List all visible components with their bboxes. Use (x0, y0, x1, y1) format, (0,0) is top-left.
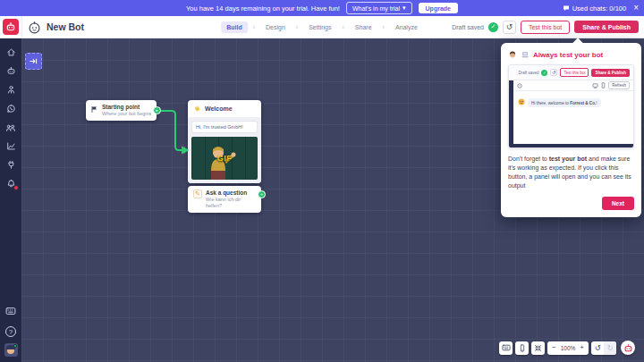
trial-banner: You have 14 days remaining on your trial… (0, 0, 644, 16)
mobile-icon (520, 344, 525, 352)
open-panel-button[interactable] (25, 53, 42, 70)
mobile-preview-button[interactable] (515, 341, 529, 355)
close-banner-icon[interactable]: × (633, 4, 639, 13)
sidebar-item-whatsapp[interactable] (0, 99, 21, 118)
mini-chat-message-prefix: Hi there, welcome to (531, 101, 570, 105)
sidebar-item-metrics[interactable] (0, 137, 21, 156)
whats-in-my-trial-button[interactable]: What's in my trial ▾ (346, 2, 412, 14)
shortcuts-panel-button[interactable] (499, 341, 513, 355)
tab-separator: › (383, 24, 385, 30)
version-history-button[interactable]: ↺ (503, 21, 516, 34)
chatbots-icon (6, 66, 16, 76)
help-icon: ? (9, 328, 13, 336)
tour-popup-body: Don't forget to test your bot and make s… (508, 155, 634, 191)
chevron-down-icon: ▾ (402, 4, 406, 12)
whatsapp-icon (6, 104, 16, 114)
notification-badge (13, 185, 19, 190)
fit-screen-icon (534, 344, 542, 352)
ask-question-node[interactable]: ✎ Ask a question Wie kann ich dir helfen… (188, 186, 261, 213)
tab-design[interactable]: Design (260, 21, 291, 33)
history-icon: ↺ (506, 22, 513, 31)
sidebar-item-integrations[interactable] (0, 156, 21, 174)
gif-badge: GIF (217, 154, 233, 163)
tab-settings[interactable]: Settings (303, 21, 336, 33)
help-button[interactable]: ? (5, 326, 16, 337)
used-chats-label: Used chats: 0/100 (572, 4, 626, 13)
redo-button[interactable]: ↻ (604, 341, 616, 355)
tab-analyze[interactable]: Analyze (390, 21, 423, 33)
port-arrow-icon: ▸ (156, 108, 158, 113)
test-this-bot-button[interactable]: Test this bot (521, 21, 570, 34)
waving-hand-icon (193, 105, 201, 113)
next-button[interactable]: Next (602, 197, 634, 210)
expand-right-icon (29, 56, 38, 66)
zoom-in-button[interactable]: + (580, 344, 584, 351)
starting-point-node[interactable]: Starting point Where your bot begins ▸ (86, 100, 157, 121)
used-chats-status: Used chats: 0/100 (563, 4, 626, 13)
sidebar-item-notifications[interactable] (0, 174, 21, 193)
port-plus-icon: + (260, 192, 263, 197)
tab-share[interactable]: Share (350, 21, 377, 33)
mini-mobile-icon (601, 82, 606, 88)
leads-icon (6, 85, 16, 95)
draft-saved-status: Draft saved (452, 24, 484, 30)
robot-logo-icon (5, 21, 16, 32)
app-header: New Bot Build › Design › Settings › Shar… (0, 16, 644, 38)
mini-chat-message: Hi there, welcome to Forrest & Co.! (528, 98, 601, 107)
tab-separator: › (253, 24, 255, 30)
ask-question-text: Wie kann ich dir helfen? (206, 197, 256, 209)
ask-question-title: Ask a question (206, 189, 256, 196)
welcome-node[interactable]: Welcome Hi, I'm trusted GmbH! GIF (188, 100, 261, 183)
trial-message: You have 14 days remaining on your trial… (186, 4, 340, 13)
mini-chat-message-bold: Forrest & Co. (570, 101, 596, 105)
plug-icon (6, 160, 16, 170)
mini-history-icon: ↺ (550, 69, 557, 76)
home-icon (6, 47, 16, 57)
bot-avatar-icon (28, 21, 41, 34)
mini-draft-saved-label: Draft saved (518, 71, 538, 75)
welcome-gif-media[interactable]: GIF (191, 137, 258, 180)
starting-point-subtitle: Where your bot begins (102, 111, 151, 117)
fit-to-screen-button[interactable] (531, 341, 545, 355)
mini-bot-avatar-icon (517, 83, 522, 88)
sidebar-item-chatbots[interactable] (0, 62, 21, 80)
pencil-icon: ✎ (193, 189, 202, 198)
zoom-out-button[interactable]: − (552, 344, 556, 351)
sidebar: ? (0, 38, 21, 362)
mini-bottom-strip (509, 144, 633, 147)
mini-test-this-bot-button: Test this bot (560, 68, 589, 77)
help-bot-button[interactable] (621, 341, 635, 355)
robot-help-icon (623, 343, 633, 353)
tab-separator: › (296, 24, 298, 30)
mini-check-icon: ✓ (541, 70, 547, 76)
mini-chatbot-avatar-icon (518, 98, 525, 105)
sidebar-item-home[interactable] (0, 43, 21, 62)
mini-test-panel: Refresh Hi there, welcome to Forrest & C… (509, 80, 633, 144)
check-icon: ✓ (488, 22, 498, 32)
tab-separator: › (343, 24, 344, 30)
canvas-toolbar: − 100% + ↺ ↻ (499, 341, 635, 355)
woman-emoji-icon (508, 50, 517, 59)
bot-name[interactable]: New Bot (47, 21, 84, 32)
tab-build[interactable]: Build (221, 21, 248, 33)
starting-point-output-port[interactable]: ▸ (153, 106, 161, 114)
upgrade-button[interactable]: Upgrade (419, 3, 458, 13)
user-avatar[interactable] (4, 343, 18, 357)
laptop-emoji-icon (521, 50, 530, 59)
ask-question-output-port[interactable]: + (258, 190, 266, 198)
tour-body-prefix: Don't forget to (508, 156, 549, 162)
sidebar-item-team[interactable] (0, 118, 21, 137)
welcome-title: Welcome (205, 105, 233, 112)
undo-redo-controls: ↺ ↻ (591, 341, 616, 355)
sidebar-item-leads[interactable] (0, 80, 21, 99)
undo-button[interactable]: ↺ (591, 341, 604, 355)
share-publish-button[interactable]: Share & Publish (574, 21, 639, 33)
sidebar-item-shortcuts[interactable] (0, 301, 21, 320)
header-tabs: Build › Design › Settings › Share › Anal… (221, 21, 423, 33)
app-logo[interactable] (3, 19, 19, 35)
team-icon (5, 122, 16, 133)
mini-share-publish-button: Share & Publish (591, 69, 630, 77)
keyboard-icon (5, 307, 16, 316)
online-status-dot (13, 344, 17, 348)
welcome-message: Hi, I'm trusted GmbH! (191, 121, 258, 133)
